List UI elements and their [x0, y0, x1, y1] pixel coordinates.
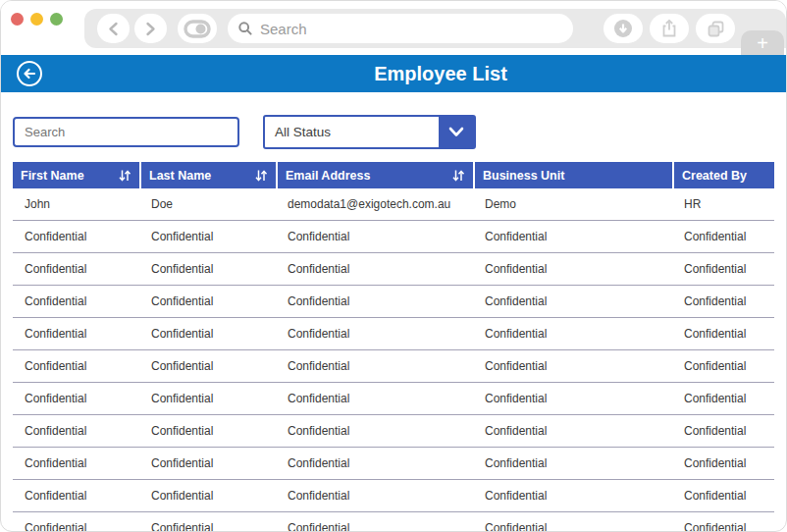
status-dropdown-button[interactable] — [439, 117, 474, 147]
cell-last-name: Confidential — [139, 221, 276, 252]
share-icon — [660, 19, 678, 38]
copy-tabs-button[interactable] — [696, 14, 735, 43]
cell-last-name: Confidential — [139, 480, 276, 511]
cell-last-name: Confidential — [139, 512, 276, 532]
cell-last-name: Confidential — [139, 318, 276, 349]
status-dropdown[interactable]: All Status — [263, 115, 476, 149]
cell-last-name: Confidential — [139, 383, 276, 414]
employee-table: First Name Last Name Email Addre — [13, 162, 774, 532]
browser-back-button[interactable] — [97, 14, 130, 43]
chevron-left-icon — [108, 22, 119, 36]
cell-email: Confidential — [276, 448, 473, 479]
cell-email: Confidential — [276, 221, 473, 252]
cell-first-name: Confidential — [13, 480, 139, 511]
address-bar-placeholder: Search — [260, 21, 307, 37]
table-body: John Doe demodata1@exigotech.com.au Demo… — [13, 188, 774, 532]
share-button[interactable] — [650, 14, 689, 43]
column-header-first-name[interactable]: First Name — [13, 162, 139, 188]
table-row[interactable]: Confidential Confidential Confidential C… — [13, 448, 774, 480]
copy-icon — [707, 20, 725, 38]
cell-business-unit: Confidential — [473, 350, 672, 382]
cell-first-name: Confidential — [13, 383, 139, 414]
table-row[interactable]: Confidential Confidential Confidential C… — [13, 415, 774, 448]
cell-created-by: Confidential — [672, 480, 774, 511]
cell-first-name: Confidential — [13, 512, 139, 532]
cell-created-by: Confidential — [672, 448, 774, 479]
cell-email: Confidential — [276, 350, 473, 382]
table-row[interactable]: Confidential Confidential Confidential C… — [13, 512, 774, 532]
close-window-button[interactable] — [11, 13, 24, 26]
search-input[interactable] — [13, 117, 239, 147]
cell-email: Confidential — [276, 286, 473, 317]
cell-business-unit: Demo — [473, 188, 672, 220]
new-tab-button[interactable]: + — [741, 30, 784, 55]
cell-created-by: HR — [672, 188, 774, 220]
cell-first-name: Confidential — [13, 318, 139, 349]
table-header: First Name Last Name Email Addre — [13, 162, 774, 188]
table-row[interactable]: John Doe demodata1@exigotech.com.au Demo… — [13, 188, 774, 221]
zoom-window-button[interactable] — [50, 13, 63, 26]
column-label: Last Name — [149, 169, 211, 183]
toggle-icon — [184, 20, 211, 38]
chevron-right-icon — [145, 22, 156, 36]
column-header-business-unit: Business Unit — [473, 162, 672, 188]
cell-created-by: Confidential — [672, 318, 774, 349]
cell-first-name: Confidential — [13, 350, 139, 382]
table-row[interactable]: Confidential Confidential Confidential C… — [13, 253, 774, 286]
chevron-down-icon — [448, 127, 464, 137]
filter-bar: All Status — [1, 92, 786, 162]
cell-first-name: Confidential — [13, 253, 139, 285]
column-header-created-by: Created By — [672, 162, 774, 188]
browser-toolbar: Search — [84, 9, 786, 48]
cell-business-unit: Confidential — [473, 448, 672, 479]
download-icon — [613, 19, 633, 38]
cell-business-unit: Confidential — [473, 415, 672, 447]
table-row[interactable]: Confidential Confidential Confidential C… — [13, 383, 774, 415]
arrow-left-icon — [23, 68, 36, 80]
cell-business-unit: Confidential — [473, 221, 672, 252]
table-row[interactable]: Confidential Confidential Confidential C… — [13, 318, 774, 350]
address-bar[interactable]: Search — [228, 14, 573, 43]
table-row[interactable]: Confidential Confidential Confidential C… — [13, 350, 774, 383]
cell-email: Confidential — [276, 480, 473, 511]
page-title: Employee List — [374, 63, 507, 85]
sort-icon — [254, 169, 268, 183]
cell-last-name: Confidential — [139, 415, 276, 447]
cell-first-name: Confidential — [13, 221, 139, 252]
search-icon — [237, 21, 253, 36]
app-title-bar: Employee List — [1, 55, 786, 92]
sort-icon — [118, 169, 131, 183]
cell-email: demodata1@exigotech.com.au — [276, 188, 473, 220]
sort-icon — [451, 169, 465, 183]
table-row[interactable]: Confidential Confidential Confidential C… — [13, 480, 774, 512]
cell-business-unit: Confidential — [473, 253, 672, 285]
column-header-last-name[interactable]: Last Name — [139, 162, 276, 188]
window-controls — [11, 13, 63, 26]
cell-created-by: Confidential — [672, 350, 774, 382]
cell-business-unit: Confidential — [473, 512, 672, 532]
cell-business-unit: Confidential — [473, 286, 672, 317]
cell-first-name: John — [13, 188, 139, 220]
cell-business-unit: Confidential — [473, 318, 672, 349]
browser-forward-button[interactable] — [134, 14, 167, 43]
column-header-email[interactable]: Email Address — [276, 162, 473, 188]
cell-created-by: Confidential — [672, 383, 774, 414]
cell-email: Confidential — [276, 253, 473, 285]
cell-last-name: Confidential — [139, 286, 276, 317]
cell-business-unit: Confidential — [473, 383, 672, 414]
app-back-button[interactable] — [17, 61, 42, 86]
column-label: First Name — [21, 169, 84, 183]
cell-business-unit: Confidential — [473, 480, 672, 511]
cell-last-name: Confidential — [139, 253, 276, 285]
cell-first-name: Confidential — [13, 448, 139, 479]
minimize-window-button[interactable] — [30, 13, 43, 26]
cell-last-name: Doe — [139, 188, 276, 220]
cell-created-by: Confidential — [672, 415, 774, 447]
downloads-button[interactable] — [603, 14, 643, 43]
table-row[interactable]: Confidential Confidential Confidential C… — [13, 286, 774, 318]
tab-overview-button[interactable] — [178, 14, 217, 43]
column-label: Business Unit — [483, 169, 564, 183]
cell-created-by: Confidential — [672, 221, 774, 252]
cell-created-by: Confidential — [672, 512, 774, 532]
table-row[interactable]: Confidential Confidential Confidential C… — [13, 221, 774, 253]
